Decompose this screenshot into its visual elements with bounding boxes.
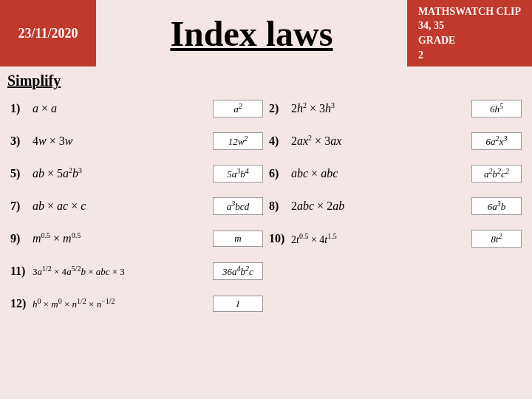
problem-7: 7) ab × ac × c a3bcd	[7, 190, 266, 222]
answer-box-3: 12w2	[213, 132, 263, 150]
info-line1: MATHSWATCH CLIP	[418, 6, 521, 17]
prob-expr-10: 2t0.5 × 4t1.5	[288, 232, 471, 246]
prob-expr-12: h0 × m0 × n1/2 × n−1/2	[30, 297, 213, 310]
prob-num-12: 12)	[10, 297, 30, 310]
right-column: 2) 2h2 × 3h3 6h5 4) 2ax2 × 3ax 6a2x3	[266, 92, 525, 320]
problem-10: 10) 2t0.5 × 4t1.5 8t2	[266, 222, 525, 255]
prob-num-1: 1)	[10, 102, 30, 115]
prob-num-11: 11)	[10, 265, 30, 278]
prob-expr-5: ab × 5a2b3	[30, 166, 213, 180]
prob-num-8: 8)	[269, 200, 288, 213]
prob-expr-4: 2ax2 × 3ax	[288, 134, 471, 148]
answer-box-10: 8t2	[471, 230, 522, 248]
info-line2: 34, 35	[418, 20, 444, 31]
prob-num-5: 5)	[10, 167, 30, 180]
problem-12: 12) h0 × m0 × n1/2 × n−1/2 1	[7, 287, 266, 320]
answer-box-5: 5a3b4	[213, 165, 263, 183]
answer-box-11: 36a4b2c	[213, 262, 263, 280]
problem-2: 2) 2h2 × 3h3 6h5	[266, 92, 525, 125]
left-column: 1) a × a a2 3) 4w × 3w 12w2	[7, 92, 266, 320]
answer-box-6: a2b2c2	[471, 165, 522, 183]
prob-num-6: 6)	[269, 167, 288, 180]
prob-expr-7: ab × ac × c	[30, 200, 213, 213]
prob-expr-6: abc × abc	[288, 167, 471, 180]
answer-box-4: 6a2x3	[471, 132, 522, 150]
problems-container: 1) a × a a2 3) 4w × 3w 12w2	[7, 92, 525, 320]
answer-box-7: a3bcd	[213, 197, 263, 215]
problem-4: 4) 2ax2 × 3ax 6a2x3	[266, 125, 525, 157]
info-line4: 2	[418, 50, 423, 61]
header: 23/11/2020 Index laws MATHSWATCH CLIP 34…	[0, 0, 532, 66]
prob-num-9: 9)	[10, 232, 30, 245]
problem-9: 9) m0.5 × m0.5 m	[7, 222, 266, 255]
problem-8: 8) 2abc × 2ab 6a3b	[266, 190, 525, 222]
problem-6: 6) abc × abc a2b2c2	[266, 157, 525, 190]
header-info: MATHSWATCH CLIP 34, 35 GRADE 2	[407, 0, 532, 66]
simplify-label: Simplify	[7, 72, 525, 89]
prob-expr-3: 4w × 3w	[30, 134, 213, 148]
prob-num-7: 7)	[10, 200, 30, 213]
answer-box-12: 1	[213, 296, 263, 312]
prob-expr-2: 2h2 × 3h3	[288, 101, 471, 115]
problem-5: 5) ab × 5a2b3 5a3b4	[7, 157, 266, 190]
prob-expr-8: 2abc × 2ab	[288, 200, 471, 213]
prob-expr-1: a × a	[30, 102, 213, 115]
prob-expr-11: 3a1/2 × 4a5/2b × abc × 3	[30, 265, 213, 278]
prob-expr-9: m0.5 × m0.5	[30, 231, 213, 245]
answer-box-2: 6h5	[471, 100, 522, 117]
content-area: Simplify 1) a × a a2 3) 4w × 3w	[0, 66, 532, 326]
answer-box-1: a2	[213, 100, 263, 117]
answer-box-8: 6a3b	[471, 197, 522, 215]
header-title: Index laws	[96, 0, 407, 66]
problem-11: 11) 3a1/2 × 4a5/2b × abc × 3 36a4b2c	[7, 255, 266, 287]
prob-num-2: 2)	[269, 102, 288, 115]
answer-box-9: m	[213, 231, 263, 247]
prob-num-3: 3)	[10, 134, 30, 148]
prob-num-4: 4)	[269, 134, 288, 148]
info-line3: GRADE	[418, 35, 456, 46]
header-date: 23/11/2020	[0, 0, 96, 66]
problem-3: 3) 4w × 3w 12w2	[7, 125, 266, 157]
problem-1: 1) a × a a2	[7, 92, 266, 125]
prob-num-10: 10)	[269, 232, 288, 245]
